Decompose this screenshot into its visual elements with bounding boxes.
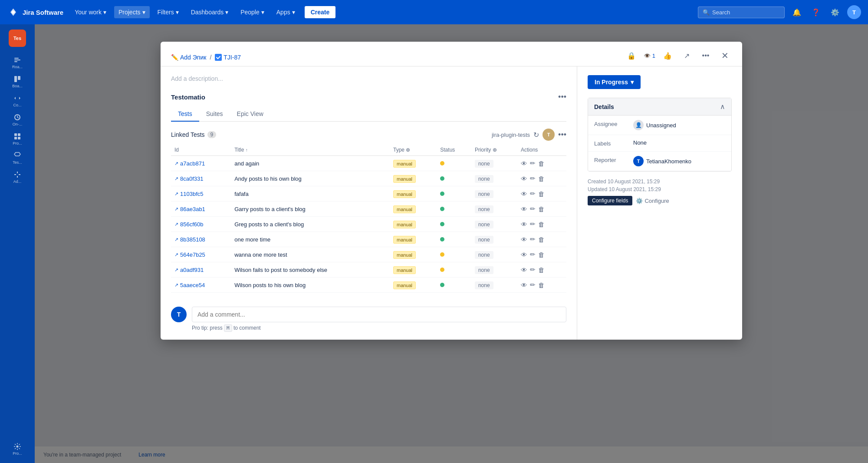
help-button[interactable]: ❓ [809,5,823,19]
jira-logo[interactable]: Jira Software [7,6,63,18]
nav-projects[interactable]: Projects ▾ [114,6,150,18]
user-avatar[interactable]: T [847,5,861,19]
logo-text: Jira Software [23,9,63,16]
nav-your-work[interactable]: Your work ▾ [70,6,111,18]
nav-apps[interactable]: Apps ▾ [272,6,299,18]
notifications-button[interactable]: 🔔 [790,5,804,19]
nav-dashboards[interactable]: Dashboards ▾ [187,6,233,18]
svg-point-1 [12,11,15,14]
search-icon: 🔍 [703,9,710,16]
nav-people[interactable]: People ▾ [236,6,269,18]
nav-right: 🔍 Search 🔔 ❓ ⚙️ T [698,5,861,19]
top-navigation: Jira Software Your work ▾ Projects ▾ Fil… [0,0,868,24]
create-button[interactable]: Create [305,6,336,18]
nav-filters[interactable]: Filters ▾ [153,6,183,18]
search-bar[interactable]: 🔍 Search [698,7,785,18]
settings-button[interactable]: ⚙️ [828,5,842,19]
